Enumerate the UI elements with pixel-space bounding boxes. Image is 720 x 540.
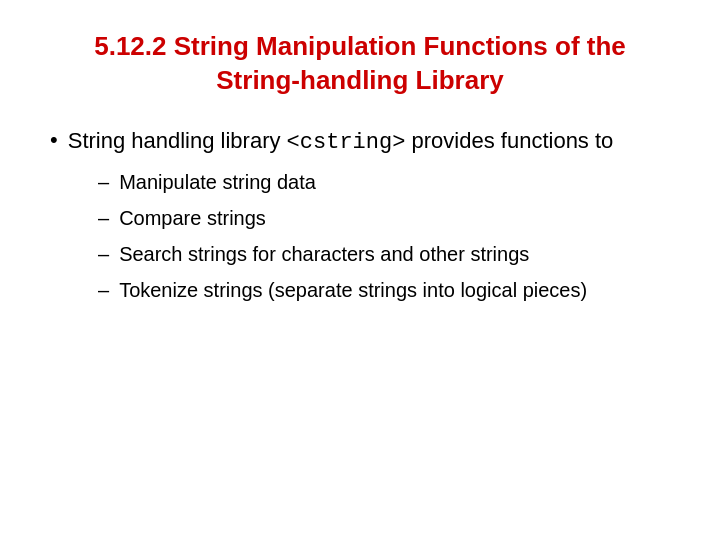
title-line1: 5.12.2 String Manipulation Functions of … [94, 31, 626, 61]
title-block: 5.12.2 String Manipulation Functions of … [50, 30, 670, 98]
bullet-section: • String handling library <cstring> prov… [50, 126, 670, 305]
list-item: – Tokenize strings (separate strings int… [98, 276, 670, 304]
sub-item-text-2: Compare strings [119, 204, 266, 232]
bullet-text: String handling library <cstring> provid… [68, 126, 614, 159]
sub-item-text-3: Search strings for characters and other … [119, 240, 529, 268]
bullet-prefix: String handling library [68, 128, 287, 153]
sub-item-text-1: Manipulate string data [119, 168, 316, 196]
dash-4: – [98, 276, 109, 304]
sub-item-text-4: Tokenize strings (separate strings into … [119, 276, 587, 304]
dash-2: – [98, 204, 109, 232]
list-item: – Manipulate string data [98, 168, 670, 196]
dash-3: – [98, 240, 109, 268]
title-line2: String-handling Library [216, 65, 503, 95]
bullet-dot: • [50, 127, 58, 153]
dash-1: – [98, 168, 109, 196]
slide-container: 5.12.2 String Manipulation Functions of … [50, 30, 670, 324]
list-item: – Search strings for characters and othe… [98, 240, 670, 268]
main-bullet: • String handling library <cstring> prov… [50, 126, 670, 159]
list-item: – Compare strings [98, 204, 670, 232]
bullet-suffix: provides functions to [405, 128, 613, 153]
sub-list: – Manipulate string data – Compare strin… [98, 168, 670, 304]
slide-title: 5.12.2 String Manipulation Functions of … [50, 30, 670, 98]
bullet-code: <cstring> [287, 130, 406, 155]
